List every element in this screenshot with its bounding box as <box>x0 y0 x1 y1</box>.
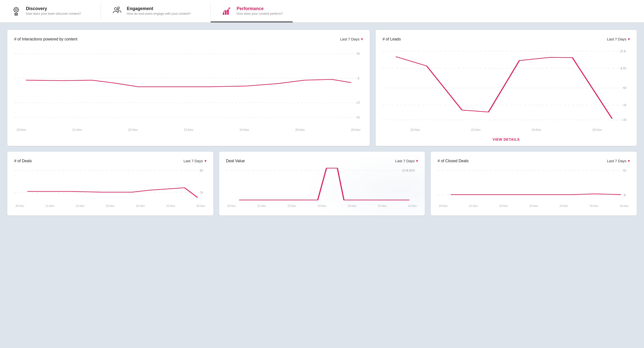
svg-line-7 <box>18 12 18 12</box>
deal-value-chevron-icon: ▾ <box>416 159 418 163</box>
deals-chart-card: # of Deals Last 7 Days ▾ 8 3 20-Nov <box>7 152 213 215</box>
closed-deals-filter-dropdown[interactable]: Last 7 Days ▾ <box>607 159 630 163</box>
svg-rect-18 <box>225 11 226 15</box>
x-label-0: 20-Nov <box>17 128 26 132</box>
interactions-chart-svg: 6 1 -2 -5 <box>14 44 363 127</box>
deals-chart-header: # of Deals Last 7 Days ▾ <box>14 159 206 163</box>
leads-x-label-3: 26-Nov <box>592 128 602 132</box>
svg-text:-2: -2 <box>355 101 360 104</box>
interactions-chart-title: # of Interactions powered by content <box>14 37 78 42</box>
leads-view-details-button[interactable]: VIEW DETAILS <box>382 138 630 141</box>
tab-performance-subtitle: How does your content perform? <box>236 12 283 16</box>
interactions-filter-dropdown[interactable]: Last 7 Days ▾ <box>340 37 363 42</box>
deal-value-x-axis: 20-Nov 21-Nov 22-Nov 23-Nov 24-Nov 25-No… <box>226 204 418 207</box>
x-label-3: 23-Nov <box>184 128 194 132</box>
deals-filter-label: Last 7 Days <box>184 159 203 163</box>
performance-icon <box>220 5 233 17</box>
svg-point-0 <box>14 8 18 12</box>
svg-text:-5: -5 <box>355 115 360 119</box>
closed-deals-chevron-icon: ▾ <box>628 159 630 163</box>
closed-deals-chart-svg: 5 1 <box>438 166 630 202</box>
x-label-4: 24-Nov <box>240 128 249 132</box>
svg-rect-10 <box>15 13 18 14</box>
deal-value-filter-dropdown[interactable]: Last 7 Days ▾ <box>395 159 418 163</box>
svg-text:15: 15 <box>620 66 626 70</box>
deals-chart-svg: 8 3 <box>14 166 206 202</box>
leads-x-label-2: 24-Nov <box>532 128 541 132</box>
svg-rect-17 <box>223 13 224 15</box>
engagement-icon <box>111 5 124 17</box>
svg-point-1 <box>15 9 17 11</box>
deal-value-chart-header: Deal Value Last 7 Days ▾ <box>226 159 418 163</box>
closed-deals-chart-card: # of Closed Deals Last 7 Days ▾ 5 1 20-N… <box>431 152 637 215</box>
deal-value-chart-title: Deal Value <box>226 159 245 163</box>
svg-text:1: 1 <box>623 193 626 197</box>
svg-text:-3: -3 <box>621 118 626 121</box>
svg-text:3: 3 <box>200 191 203 194</box>
leads-chevron-icon: ▾ <box>628 37 630 42</box>
svg-point-14 <box>114 8 117 10</box>
tab-engagement-subtitle: How do end-users engage with your conten… <box>127 12 191 16</box>
deals-x-axis: 20-Nov 21-Nov 22-Nov 23-Nov 24-Nov 25-No… <box>14 204 206 207</box>
svg-text:6: 6 <box>357 52 360 55</box>
interactions-chevron-icon: ▾ <box>361 37 363 42</box>
leads-chart-title: # of Leads <box>382 37 401 42</box>
tab-performance-label: Performance <box>236 6 283 11</box>
leads-chart-area: 21 15 9 3 -3 20-Nov 22-Nov 24-Nov 26-Nov <box>382 44 630 135</box>
deal-value-filter-label: Last 7 Days <box>395 159 414 163</box>
deals-filter-dropdown[interactable]: Last 7 Days ▾ <box>184 159 206 163</box>
closed-deals-x-axis: 20-Nov 21-Nov 22-Nov 23-Nov 24-Nov 25-No… <box>438 204 630 207</box>
deal-value-chart-card: Deal Value Last 7 Days ▾ 2430 20-Nov 21-… <box>219 152 425 215</box>
svg-point-15 <box>118 7 120 9</box>
svg-text:3: 3 <box>623 103 626 107</box>
deal-value-chart-area: 2430 20-Nov 21-Nov 22-Nov 23-Nov 24-Nov … <box>226 166 418 210</box>
leads-x-label-0: 20-Nov <box>411 128 420 132</box>
leads-x-axis: 20-Nov 22-Nov 24-Nov 26-Nov <box>382 128 630 132</box>
leads-chart-header: # of Leads Last 7 Days ▾ <box>382 37 630 42</box>
leads-chart-svg: 21 15 9 3 -3 <box>382 44 630 127</box>
svg-text:21: 21 <box>620 49 626 53</box>
svg-line-16 <box>116 9 118 11</box>
deals-chevron-icon: ▾ <box>204 159 206 163</box>
x-label-1: 21-Nov <box>72 128 82 132</box>
deal-value-chart-svg: 2430 <box>226 166 418 202</box>
closed-deals-filter-label: Last 7 Days <box>607 159 626 163</box>
svg-text:9: 9 <box>623 86 626 90</box>
leads-filter-label: Last 7 Days <box>607 37 626 41</box>
leads-chart-card: # of Leads Last 7 Days ▾ 21 15 <box>376 30 637 146</box>
x-label-5: 25-Nov <box>295 128 305 132</box>
x-label-6: 26-Nov <box>351 128 360 132</box>
tab-engagement-label: Engagement <box>127 6 191 11</box>
interactions-chart-header: # of Interactions powered by content Las… <box>14 37 363 42</box>
svg-text:8: 8 <box>200 169 203 172</box>
svg-line-6 <box>14 8 15 8</box>
svg-line-8 <box>18 8 18 8</box>
x-label-2: 22-Nov <box>128 128 138 132</box>
svg-text:2430: 2430 <box>402 169 415 172</box>
deals-chart-area: 8 3 20-Nov 21-Nov 22-Nov 23-Nov 24-Nov 2… <box>14 166 206 210</box>
tab-discovery-subtitle: How does your team discover content? <box>26 12 81 16</box>
closed-deals-chart-area: 5 1 20-Nov 21-Nov 22-Nov 23-Nov 24-Nov 2… <box>438 166 630 210</box>
leads-filter-dropdown[interactable]: Last 7 Days ▾ <box>607 37 630 42</box>
tab-discovery-label: Discovery <box>26 6 81 11</box>
header-nav: Discovery How does your team discover co… <box>0 0 644 23</box>
top-chart-row: # of Interactions powered by content Las… <box>7 30 637 146</box>
closed-deals-chart-title: # of Closed Deals <box>438 159 468 163</box>
interactions-chart-card: # of Interactions powered by content Las… <box>7 30 370 146</box>
interactions-filter-label: Last 7 Days <box>340 37 360 41</box>
svg-text:1: 1 <box>357 76 360 80</box>
tab-performance[interactable]: Performance How does your content perfor… <box>210 0 292 22</box>
closed-deals-chart-header: # of Closed Deals Last 7 Days ▾ <box>438 159 630 163</box>
interactions-chart-area: 6 1 -2 -5 20-Nov 21-Nov 22-Nov 23-Nov 24… <box>14 44 363 135</box>
main-content: # of Interactions powered by content Las… <box>0 23 644 223</box>
tab-discovery[interactable]: Discovery How does your team discover co… <box>10 0 91 22</box>
deals-chart-title: # of Deals <box>14 159 32 163</box>
interactions-x-axis: 20-Nov 21-Nov 22-Nov 23-Nov 24-Nov 25-No… <box>14 128 363 132</box>
svg-line-9 <box>14 12 15 12</box>
svg-text:5: 5 <box>623 169 626 172</box>
bottom-chart-row: # of Deals Last 7 Days ▾ 8 3 20-Nov <box>7 152 637 215</box>
discovery-icon <box>10 5 22 17</box>
tab-engagement[interactable]: Engagement How do end-users engage with … <box>101 0 201 22</box>
leads-x-label-1: 22-Nov <box>471 128 481 132</box>
